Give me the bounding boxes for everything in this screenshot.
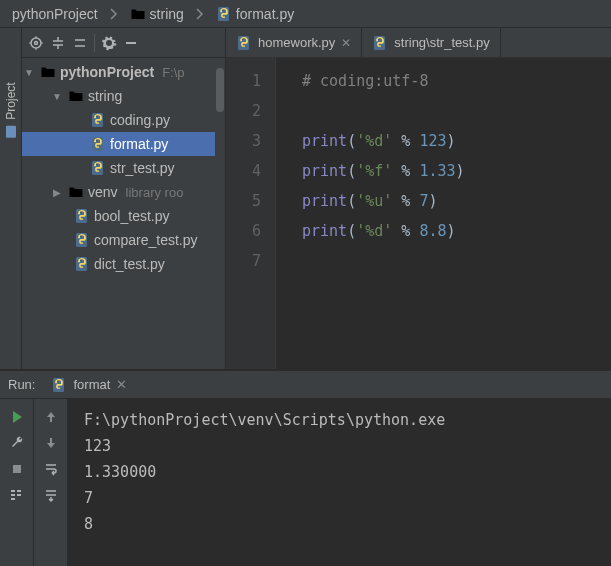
tree-file[interactable]: bool_test.py bbox=[22, 204, 225, 228]
chevron-right-icon bbox=[192, 6, 208, 22]
tree-folder-venv[interactable]: ▶ venv library roo bbox=[22, 180, 225, 204]
tab-label: homework.py bbox=[258, 35, 335, 50]
svg-point-3 bbox=[31, 38, 41, 48]
svg-point-4 bbox=[35, 41, 38, 44]
python-file-icon bbox=[90, 112, 106, 128]
chevron-right-icon bbox=[106, 6, 122, 22]
project-toolbar bbox=[22, 28, 225, 58]
project-tree[interactable]: ▼ pythonProject F:\p ▼ string coding.py … bbox=[22, 58, 225, 369]
tree-root[interactable]: ▼ pythonProject F:\p bbox=[22, 60, 225, 84]
tool-window-stripe[interactable]: Project bbox=[0, 28, 22, 369]
tree-item-label: coding.py bbox=[110, 112, 170, 128]
run-title: Run: bbox=[8, 377, 35, 392]
separator bbox=[94, 34, 95, 52]
collapse-all-icon[interactable] bbox=[72, 35, 88, 51]
output-line: 7 bbox=[84, 485, 611, 511]
svg-rect-11 bbox=[13, 465, 21, 473]
tree-file[interactable]: coding.py bbox=[22, 108, 225, 132]
tree-file-selected[interactable]: format.py bbox=[22, 132, 225, 156]
wrench-icon[interactable] bbox=[9, 435, 25, 451]
python-file-icon bbox=[90, 136, 106, 152]
select-opened-file-icon[interactable] bbox=[28, 35, 44, 51]
python-file-icon bbox=[372, 35, 388, 51]
gutter: 1234567 bbox=[226, 58, 276, 369]
rerun-icon[interactable] bbox=[9, 409, 25, 425]
layout-icon[interactable] bbox=[9, 487, 25, 503]
expand-all-icon[interactable] bbox=[50, 35, 66, 51]
breadcrumb-label: format.py bbox=[236, 6, 294, 22]
run-toolbar-left bbox=[0, 399, 34, 566]
tree-item-extra: library roo bbox=[126, 185, 184, 200]
tree-item-label: str_test.py bbox=[110, 160, 175, 176]
tree-item-label: bool_test.py bbox=[94, 208, 170, 224]
output-line: 123 bbox=[84, 433, 611, 459]
tree-file[interactable]: compare_test.py bbox=[22, 228, 225, 252]
hide-icon[interactable] bbox=[123, 35, 139, 51]
breadcrumb-label: string bbox=[150, 6, 184, 22]
svg-rect-9 bbox=[126, 42, 136, 44]
project-tool-tab[interactable]: Project bbox=[3, 82, 19, 139]
stop-icon[interactable] bbox=[9, 461, 25, 477]
svg-rect-16 bbox=[17, 494, 21, 496]
python-file-icon bbox=[74, 232, 90, 248]
folder-icon bbox=[68, 184, 84, 200]
tab-label: string\str_test.py bbox=[394, 35, 489, 50]
tree-item-label: format.py bbox=[110, 136, 168, 152]
run-output[interactable]: F:\pythonProject\venv\Scripts\python.exe… bbox=[68, 399, 611, 566]
folder-icon bbox=[130, 6, 146, 22]
code-area[interactable]: # coding:utf-8 print('%d' % 123)print('%… bbox=[276, 58, 611, 369]
tree-item-label: venv bbox=[88, 184, 118, 200]
breadcrumb-item-file[interactable]: format.py bbox=[212, 4, 298, 24]
project-icon bbox=[3, 124, 19, 140]
scroll-to-end-icon[interactable] bbox=[43, 487, 59, 503]
run-config-tab[interactable]: format ✕ bbox=[45, 375, 133, 395]
close-icon[interactable]: ✕ bbox=[116, 377, 127, 392]
breadcrumb-label: pythonProject bbox=[12, 6, 98, 22]
folder-icon bbox=[40, 64, 56, 80]
run-header: Run: format ✕ bbox=[0, 371, 611, 399]
python-file-icon bbox=[51, 377, 67, 393]
run-panel: Run: format ✕ F:\pythonProject\venv\Scri… bbox=[0, 370, 611, 566]
chevron-down-icon[interactable]: ▼ bbox=[22, 67, 36, 78]
tree-folder-string[interactable]: ▼ string bbox=[22, 84, 225, 108]
output-line: F:\pythonProject\venv\Scripts\python.exe bbox=[84, 407, 611, 433]
gear-icon[interactable] bbox=[101, 35, 117, 51]
editor-body[interactable]: 1234567 # coding:utf-8 print('%d' % 123)… bbox=[226, 58, 611, 369]
python-file-icon bbox=[216, 6, 232, 22]
close-icon[interactable]: ✕ bbox=[341, 36, 351, 50]
tree-item-label: dict_test.py bbox=[94, 256, 165, 272]
python-file-icon bbox=[90, 160, 106, 176]
python-file-icon bbox=[74, 256, 90, 272]
svg-rect-2 bbox=[6, 126, 16, 138]
python-file-icon bbox=[236, 35, 252, 51]
python-file-icon bbox=[74, 208, 90, 224]
tree-item-label: compare_test.py bbox=[94, 232, 198, 248]
soft-wrap-icon[interactable] bbox=[43, 461, 59, 477]
svg-rect-14 bbox=[11, 498, 15, 500]
breadcrumb-item-folder[interactable]: string bbox=[126, 4, 188, 24]
editor-area: homework.py ✕ string\str_test.py 1234567… bbox=[226, 28, 611, 369]
tree-file[interactable]: str_test.py bbox=[22, 156, 225, 180]
editor-tab[interactable]: string\str_test.py bbox=[362, 28, 500, 57]
down-icon[interactable] bbox=[43, 435, 59, 451]
project-panel: ▼ pythonProject F:\p ▼ string coding.py … bbox=[22, 28, 226, 369]
editor-tab[interactable]: homework.py ✕ bbox=[226, 28, 362, 57]
breadcrumb: pythonProject string format.py bbox=[0, 0, 611, 28]
svg-marker-10 bbox=[13, 411, 22, 423]
chevron-down-icon[interactable]: ▼ bbox=[50, 91, 64, 102]
tree-file[interactable]: dict_test.py bbox=[22, 252, 225, 276]
breadcrumb-item-project[interactable]: pythonProject bbox=[8, 4, 102, 24]
chevron-right-icon[interactable]: ▶ bbox=[50, 187, 64, 198]
svg-rect-15 bbox=[17, 490, 21, 492]
editor-tabs: homework.py ✕ string\str_test.py bbox=[226, 28, 611, 58]
output-line: 1.330000 bbox=[84, 459, 611, 485]
run-toolbar-mid bbox=[34, 399, 68, 566]
svg-rect-12 bbox=[11, 490, 15, 492]
tree-item-label: string bbox=[88, 88, 122, 104]
tree-item-label: pythonProject bbox=[60, 64, 154, 80]
folder-icon bbox=[68, 88, 84, 104]
tree-item-path: F:\p bbox=[162, 65, 184, 80]
output-line: 8 bbox=[84, 511, 611, 537]
up-icon[interactable] bbox=[43, 409, 59, 425]
svg-rect-13 bbox=[11, 494, 15, 496]
